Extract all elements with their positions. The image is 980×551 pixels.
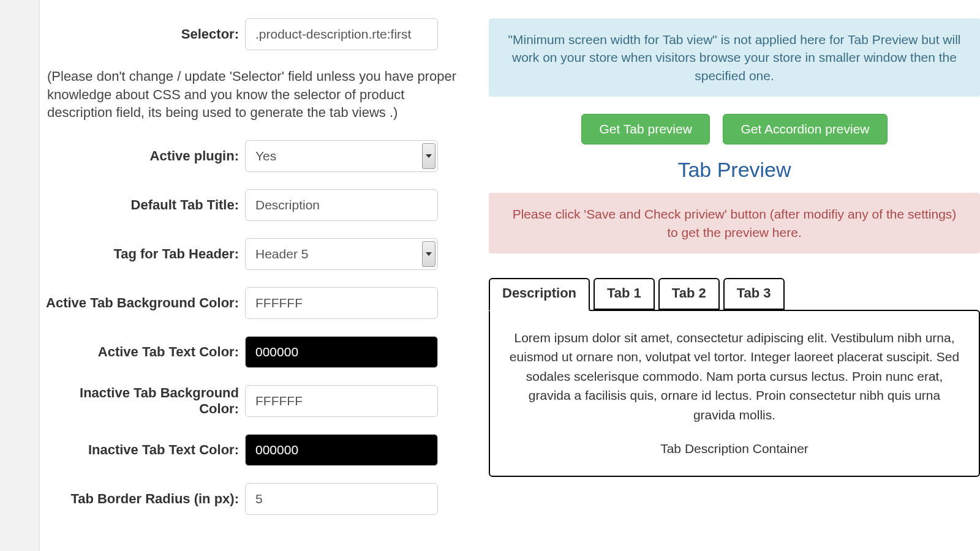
tag-header-value: Header 5	[255, 247, 308, 261]
selector-help-text: (Please don't change / update 'Selector'…	[40, 67, 469, 140]
warning-box: Please click 'Save and Check priview' bu…	[489, 193, 980, 253]
preview-title: Tab Preview	[489, 158, 980, 182]
active-bg-label: Active Tab Background Color:	[40, 295, 245, 311]
active-plugin-select[interactable]: Yes	[245, 140, 438, 172]
active-plugin-label: Active plugin:	[40, 148, 245, 164]
inactive-text-input[interactable]	[245, 434, 438, 466]
settings-form: Selector: (Please don't change / update …	[40, 0, 469, 551]
inactive-bg-label: Inactive Tab Background Color:	[40, 385, 245, 417]
info-box: "Minimum screen width for Tab view" is n…	[489, 18, 980, 97]
tag-header-label: Tag for Tab Header:	[40, 246, 245, 262]
default-tab-title-input[interactable]	[245, 189, 438, 221]
border-radius-input[interactable]	[245, 483, 438, 515]
active-plugin-value: Yes	[255, 149, 276, 163]
inactive-text-label: Inactive Tab Text Color:	[40, 442, 245, 458]
preview-tabs: Description Tab 1 Tab 2 Tab 3	[489, 278, 980, 310]
selector-input[interactable]	[245, 18, 438, 50]
tag-header-select[interactable]: Header 5	[245, 238, 438, 270]
tab-content: Lorem ipsum dolor sit amet, consectetur …	[489, 310, 980, 477]
tab-2[interactable]: Tab 2	[658, 278, 720, 310]
lorem-text: Lorem ipsum dolor sit amet, consectetur …	[507, 328, 962, 425]
get-accordion-preview-button[interactable]: Get Accordion preview	[723, 114, 887, 144]
tab-container-label: Tab Description Container	[507, 439, 962, 459]
active-text-input[interactable]	[245, 336, 438, 368]
inactive-bg-input[interactable]	[245, 385, 438, 417]
tab-1[interactable]: Tab 1	[594, 278, 655, 310]
active-text-label: Active Tab Text Color:	[40, 344, 245, 360]
default-tab-title-label: Default Tab Title:	[40, 197, 245, 213]
tab-3[interactable]: Tab 3	[723, 278, 785, 310]
get-tab-preview-button[interactable]: Get Tab preview	[581, 114, 709, 144]
preview-panel: "Minimum screen width for Tab view" is n…	[489, 0, 980, 551]
active-bg-input[interactable]	[245, 287, 438, 319]
selector-label: Selector:	[40, 26, 245, 42]
tab-description[interactable]: Description	[489, 278, 590, 311]
border-radius-label: Tab Border Radius (in px):	[40, 491, 245, 507]
